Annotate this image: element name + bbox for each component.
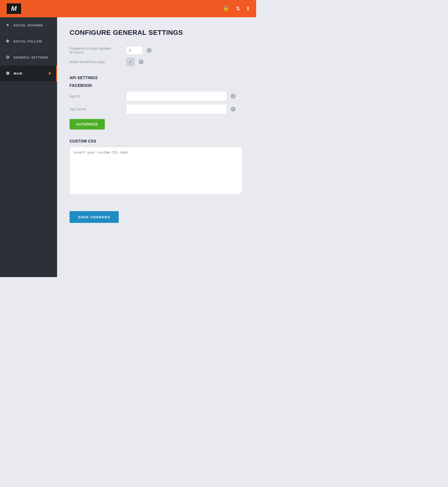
layout: ✦ Social Sharing ✚ Social Follow ⚙ Gener…: [0, 17, 256, 277]
reset-checkbox[interactable]: ✓: [126, 57, 135, 66]
logo: M: [7, 3, 21, 14]
frequency-info-icon[interactable]: i: [147, 48, 152, 53]
custom-css-section: Custom CSS: [70, 139, 244, 196]
checkmark-icon: ✓: [129, 59, 132, 65]
authorize-button[interactable]: Authorize: [70, 119, 105, 130]
main-content: Configure General Settings Frequency of …: [57, 17, 256, 277]
header-icons: 🔒 ⇅ Ⅱ: [223, 6, 249, 12]
api-settings-section: API Settings Facebook App ID i App Secre…: [70, 76, 244, 130]
app-secret-label: App Secret: [70, 107, 122, 111]
app-secret-input[interactable]: [126, 104, 227, 114]
sidebar-item-social-sharing[interactable]: ✦ Social Sharing: [0, 17, 57, 33]
general-settings-section: Frequency of count updates(in hours) i R…: [70, 46, 244, 66]
user-settings-icon[interactable]: ⇅: [236, 6, 240, 12]
custom-css-textarea[interactable]: [70, 147, 242, 195]
sidebar-item-main[interactable]: ⚙ Main: [0, 65, 57, 81]
sidebar-item-general-settings[interactable]: ⚙ General Settings: [0, 49, 57, 65]
lock-icon[interactable]: 🔒: [223, 6, 229, 12]
frequency-input[interactable]: [126, 46, 143, 55]
facebook-title: Facebook: [70, 83, 244, 88]
frequency-label: Frequency of count updates(in hours): [70, 47, 122, 54]
app-id-label: App ID: [70, 94, 122, 98]
plus-icon: ✚: [6, 39, 10, 44]
app-id-row: App ID i: [70, 91, 244, 101]
gear-icon: ⚙: [6, 55, 10, 60]
page-title: Configure General Settings: [70, 29, 244, 36]
frequency-row: Frequency of count updates(in hours) i: [70, 46, 244, 55]
sidebar-item-label: Social Follow: [13, 40, 42, 43]
logo-letter: M: [11, 5, 16, 12]
sidebar: ✦ Social Sharing ✚ Social Follow ⚙ Gener…: [0, 17, 57, 277]
app-id-input[interactable]: [126, 91, 227, 101]
app-id-info-icon[interactable]: i: [231, 94, 235, 99]
reset-checkbox-container: ✓ i: [126, 57, 144, 66]
sidebar-item-label: Social Sharing: [13, 24, 43, 27]
share-icon: ✦: [6, 23, 10, 28]
sidebar-item-label: Main: [14, 72, 22, 75]
gear-icon-2: ⚙: [6, 71, 10, 76]
reset-info-icon[interactable]: i: [139, 59, 144, 64]
save-changes-button[interactable]: Save Changes: [70, 211, 119, 223]
sidebar-item-social-follow[interactable]: ✚ Social Follow: [0, 33, 57, 49]
api-settings-title: API Settings: [70, 76, 244, 80]
app-secret-row: App Secret i: [70, 104, 244, 114]
chart-icon[interactable]: Ⅱ: [247, 6, 249, 12]
sidebar-item-label: General Settings: [14, 56, 48, 59]
sidebar-active-arrow: [49, 72, 51, 75]
top-header: M 🔒 ⇅ Ⅱ: [0, 0, 256, 17]
app-secret-info-icon[interactable]: i: [231, 107, 235, 112]
custom-css-title: Custom CSS: [70, 139, 244, 144]
reset-label: Reset WordPress loops: [70, 60, 122, 64]
reset-loops-row: Reset WordPress loops ✓ i: [70, 57, 244, 66]
